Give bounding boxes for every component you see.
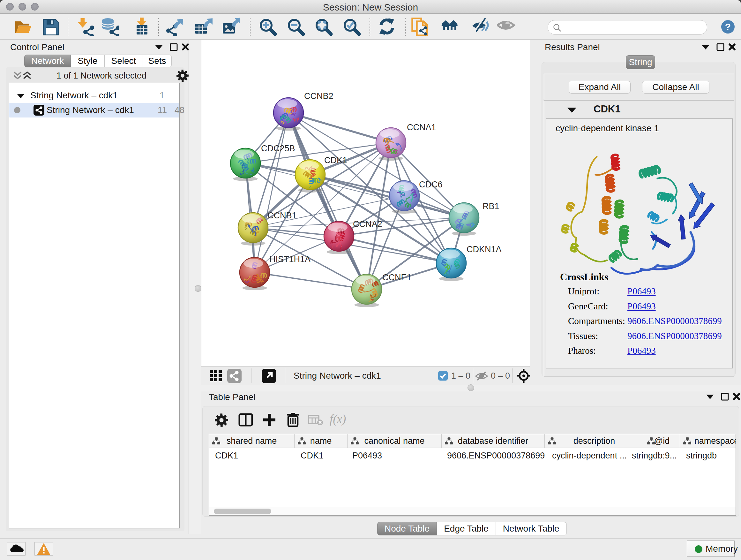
- graph-node-CCNE1[interactable]: [352, 274, 382, 309]
- show-graphics-details-icon[interactable]: [497, 17, 515, 38]
- cell--id: stringdb:9...: [644, 448, 680, 463]
- tree-row-collection[interactable]: String Network – cdk11: [9, 88, 179, 103]
- import-table-from-file-icon[interactable]: [133, 17, 152, 38]
- crosslink-link[interactable]: P06493: [627, 301, 656, 312]
- collapse-all-button[interactable]: Collapse All: [642, 81, 710, 94]
- zoom-fit-icon[interactable]: [314, 17, 333, 38]
- import-network-from-database-icon[interactable]: [101, 17, 119, 38]
- panel-undock-icon[interactable]: [722, 393, 728, 400]
- copy-network-icon[interactable]: [411, 17, 430, 38]
- zoom-in-icon[interactable]: [259, 17, 277, 38]
- column-header-canonical-name[interactable]: canonical name: [347, 434, 442, 448]
- node-details-header[interactable]: CDK1: [544, 101, 734, 117]
- grid-view-icon[interactable]: [209, 369, 223, 383]
- tab-sets[interactable]: Sets: [143, 55, 172, 67]
- column-header-description[interactable]: description: [545, 434, 644, 448]
- results-panel-title: Results Panel: [545, 42, 600, 52]
- expand-all-button[interactable]: Expand All: [569, 81, 630, 94]
- export-network-icon[interactable]: [165, 17, 183, 38]
- panel-float-icon[interactable]: [702, 45, 710, 50]
- selected-checkbox-icon[interactable]: [438, 371, 448, 381]
- statusbar-separator: [512, 368, 513, 383]
- crosslink-link[interactable]: 9606.ENSP00000378699: [627, 316, 722, 326]
- search-icon: [553, 23, 562, 32]
- graph-edge-CDC25B-RB1[interactable]: [246, 163, 464, 218]
- tree-row-network[interactable]: String Network – cdk11148: [9, 103, 179, 118]
- save-session-icon[interactable]: [42, 17, 60, 38]
- zoom-out-icon[interactable]: [286, 17, 305, 38]
- collapse-all-networks-icon[interactable]: [12, 71, 23, 80]
- cell-namespace: stringdb: [680, 448, 736, 463]
- network-share-icon[interactable]: [227, 369, 242, 383]
- tab-network-table[interactable]: Network Table: [496, 522, 567, 536]
- help-icon[interactable]: ?: [721, 20, 735, 36]
- birds-eye-view-icon[interactable]: [516, 368, 531, 383]
- tab-style[interactable]: Style: [71, 55, 105, 67]
- column-header-shared-name[interactable]: shared name: [209, 434, 294, 448]
- scrollbar-thumb[interactable]: [214, 509, 271, 514]
- panel-close-icon[interactable]: [730, 44, 735, 50]
- crosslink-link[interactable]: 9606.ENSP00000378699: [627, 331, 722, 341]
- column-header-name[interactable]: name: [294, 434, 347, 448]
- panel-float-icon[interactable]: [706, 395, 714, 399]
- graph-node-CDC25B[interactable]: [230, 148, 260, 181]
- open-in-window-icon[interactable]: [262, 369, 276, 383]
- first-neighbors-icon[interactable]: [441, 17, 459, 38]
- splitter-handle-horizontal[interactable]: [468, 384, 474, 391]
- splitter-handle-left[interactable]: [195, 285, 201, 292]
- cloud-button[interactable]: [7, 542, 25, 556]
- open-session-icon[interactable]: [14, 17, 32, 38]
- collapse-arrow-icon[interactable]: [566, 105, 577, 114]
- string-network-icon: [33, 105, 44, 116]
- graph-node-CDKN1A[interactable]: [436, 248, 466, 286]
- graph-node-RB1[interactable]: [449, 203, 479, 236]
- tree-expand-icon[interactable]: [17, 92, 25, 99]
- table-panel-buttons: [706, 393, 741, 403]
- collection-count: 1: [159, 88, 165, 103]
- create-column-plus-icon[interactable]: [262, 413, 277, 427]
- graph-node-CDC6[interactable]: [389, 181, 419, 213]
- export-image-icon[interactable]: [221, 17, 240, 38]
- panel-undock-icon[interactable]: [171, 44, 177, 51]
- refresh-network-icon[interactable]: [378, 17, 396, 38]
- warning-button[interactable]: [35, 542, 53, 556]
- hide-selected-icon[interactable]: [472, 17, 490, 38]
- table-gear-icon[interactable]: [214, 413, 229, 428]
- tab-edge-table[interactable]: Edge Table: [437, 522, 496, 536]
- graph-node-CCNA1[interactable]: [376, 128, 406, 161]
- graph-node-CCNB1[interactable]: [238, 212, 268, 254]
- memory-button[interactable]: Memory: [687, 541, 735, 557]
- column-header--id[interactable]: @id: [644, 434, 680, 448]
- toolbar-separator: [369, 18, 370, 36]
- panel-undock-icon[interactable]: [717, 44, 724, 51]
- crosslink-link[interactable]: P06493: [627, 286, 656, 297]
- column-header-namespace[interactable]: namespace: [680, 434, 736, 448]
- tab-select[interactable]: Select: [105, 55, 143, 67]
- table-panel-title: Table Panel: [209, 392, 255, 402]
- network-view-canvas[interactable]: CCNB2CCNA1CDC25BCDK1CDC6RB1CCNB1CCNA2CDK…: [201, 40, 530, 366]
- graph-node-CDK1[interactable]: [295, 160, 325, 194]
- table-row[interactable]: CDK1CDK1P064939606.ENSP00000378699cyclin…: [209, 448, 736, 463]
- tab-network[interactable]: Network: [24, 55, 71, 67]
- panel-close-icon[interactable]: [734, 394, 739, 399]
- search-input[interactable]: [565, 21, 702, 33]
- panel-float-icon[interactable]: [155, 45, 163, 50]
- table-horizontal-scrollbar[interactable]: [209, 507, 736, 515]
- export-table-icon[interactable]: [194, 17, 212, 38]
- crosslink-link[interactable]: P06493: [627, 346, 656, 356]
- graph-node-HIST1H1A[interactable]: [240, 257, 270, 290]
- delete-column-trash-icon[interactable]: [286, 412, 300, 427]
- show-columns-icon[interactable]: [239, 413, 253, 427]
- column-header-database-identifier[interactable]: database identifier: [442, 434, 545, 448]
- control-panel-buttons: [155, 43, 190, 54]
- search-field[interactable]: [548, 20, 707, 35]
- import-network-from-file-icon[interactable]: [75, 17, 94, 38]
- zoom-selected-icon[interactable]: [342, 17, 361, 38]
- panel-close-icon[interactable]: [183, 44, 188, 50]
- horizontal-splitter[interactable]: [201, 385, 741, 391]
- network-graph[interactable]: [201, 40, 530, 367]
- column-type-icon: [350, 437, 359, 445]
- tab-node-table[interactable]: Node Table: [377, 522, 437, 536]
- network-options-gear-icon[interactable]: [176, 69, 189, 82]
- tab-string[interactable]: String: [626, 55, 655, 69]
